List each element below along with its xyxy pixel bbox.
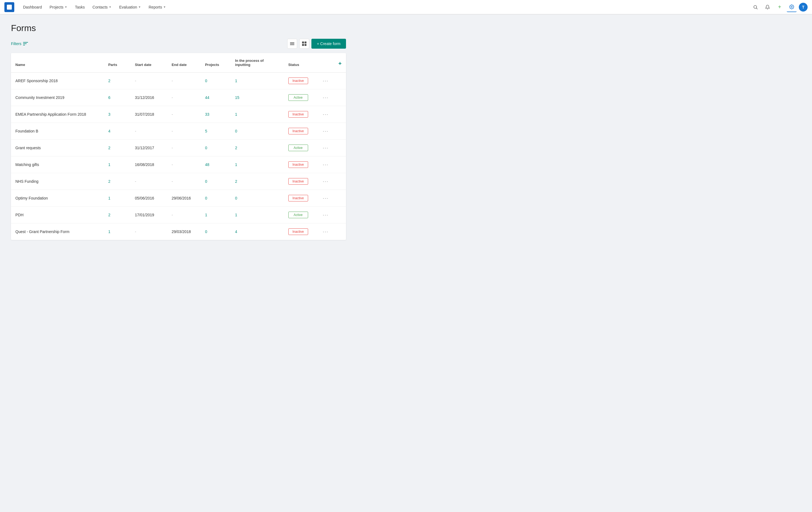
nav-projects[interactable]: Projects ▼: [47, 3, 70, 11]
col-header-parts: Parts: [104, 53, 130, 73]
nav-evaluation[interactable]: Evaluation ▼: [116, 3, 144, 11]
cell-parts: 2: [104, 73, 130, 89]
cell-actions: ···: [317, 89, 334, 106]
cell-status: Inactive: [284, 173, 317, 190]
chevron-down-icon: ▼: [109, 5, 112, 8]
status-badge[interactable]: Inactive: [288, 78, 308, 84]
row-more-button[interactable]: ···: [322, 195, 329, 201]
cell-end-date: -: [167, 207, 201, 223]
cell-process: 4: [231, 223, 284, 240]
notifications-button[interactable]: [762, 2, 773, 12]
page-title: Forms: [11, 23, 346, 33]
app-logo[interactable]: [4, 2, 14, 12]
row-more-button[interactable]: ···: [322, 179, 329, 184]
cell-actions: ···: [317, 106, 334, 123]
svg-point-2: [791, 6, 792, 7]
table-row: AREF Sponsorship 2018 2 - - 0 1 Inactive…: [11, 73, 346, 89]
filters-button[interactable]: Filters: [11, 42, 28, 46]
cell-name: Grant requests: [11, 140, 104, 156]
status-badge[interactable]: Active: [288, 144, 308, 151]
search-button[interactable]: [751, 2, 760, 12]
user-avatar[interactable]: T: [799, 3, 808, 11]
row-more-button[interactable]: ···: [322, 212, 329, 218]
cell-start-date: -: [130, 123, 167, 140]
nav-tasks[interactable]: Tasks: [72, 3, 88, 11]
cell-projects: 0: [201, 223, 231, 240]
row-more-button[interactable]: ···: [322, 95, 329, 101]
col-header-actions: [317, 53, 334, 73]
status-badge[interactable]: Inactive: [288, 195, 308, 201]
cell-end-date: -: [167, 173, 201, 190]
cell-status: Inactive: [284, 190, 317, 207]
cell-status: Inactive: [284, 106, 317, 123]
table-row: Quest - Grant Partnership Form 1 - 29/03…: [11, 223, 346, 240]
cell-start-date: 31/07/2018: [130, 106, 167, 123]
nav-contacts[interactable]: Contacts ▼: [89, 3, 115, 11]
table-row: Optimy Foundation 1 05/06/2016 29/06/201…: [11, 190, 346, 207]
cell-status: Active: [284, 207, 317, 223]
status-badge[interactable]: Inactive: [288, 161, 308, 168]
cell-end-date: 29/03/2018: [167, 223, 201, 240]
row-more-button[interactable]: ···: [322, 112, 329, 117]
cell-name: Foundation B: [11, 123, 104, 140]
table-row: Grant requests 2 31/12/2017 - 0 2 Active…: [11, 140, 346, 156]
create-form-button[interactable]: + Create form: [311, 39, 346, 49]
col-header-name: Name: [11, 53, 104, 73]
cell-status: Inactive: [284, 223, 317, 240]
list-view-button[interactable]: [287, 39, 297, 49]
row-more-button[interactable]: ···: [322, 128, 329, 134]
table-row: Foundation B 4 - - 5 0 Inactive ···: [11, 123, 346, 140]
bell-icon: [765, 5, 770, 9]
table-row: Matching gifts 1 16/08/2018 - 48 1 Inact…: [11, 156, 346, 173]
cell-status: Active: [284, 140, 317, 156]
add-button[interactable]: +: [775, 2, 785, 12]
cell-status: Inactive: [284, 73, 317, 89]
cell-actions: ···: [317, 123, 334, 140]
grid-view-button[interactable]: [299, 39, 309, 49]
cell-projects: 1: [201, 207, 231, 223]
nav-reports[interactable]: Reports ▼: [145, 3, 169, 11]
status-badge[interactable]: Inactive: [288, 178, 308, 185]
row-more-button[interactable]: ···: [322, 162, 329, 168]
chevron-down-icon: ▼: [138, 5, 141, 8]
cell-projects: 44: [201, 89, 231, 106]
nav-dashboard[interactable]: Dashboard: [20, 3, 45, 11]
cell-start-date: 17/01/2019: [130, 207, 167, 223]
forms-table-container: Name Parts Start date End date Projects: [11, 53, 346, 240]
cell-parts: 1: [104, 223, 130, 240]
cell-start-date: -: [130, 173, 167, 190]
filter-icon: [23, 42, 28, 45]
add-column-button[interactable]: +: [338, 60, 342, 67]
cell-start-date: -: [130, 73, 167, 89]
col-header-status: Status: [284, 53, 317, 73]
cell-name: Quest - Grant Partnership Form: [11, 223, 104, 240]
settings-button[interactable]: [787, 2, 796, 12]
status-badge[interactable]: Active: [288, 94, 308, 101]
row-more-button[interactable]: ···: [322, 229, 329, 235]
cell-process: 1: [231, 73, 284, 89]
svg-point-0: [754, 5, 757, 8]
cell-process: 1: [231, 207, 284, 223]
cell-parts: 6: [104, 89, 130, 106]
cell-start-date: 16/08/2018: [130, 156, 167, 173]
cell-status: Inactive: [284, 156, 317, 173]
cell-process: 2: [231, 173, 284, 190]
svg-line-1: [756, 8, 757, 9]
cell-status: Inactive: [284, 123, 317, 140]
cell-process: 2: [231, 140, 284, 156]
cell-end-date: -: [167, 106, 201, 123]
row-more-button[interactable]: ···: [322, 78, 329, 84]
page-toolbar: Filters + Create form: [11, 39, 346, 49]
row-more-button[interactable]: ···: [322, 145, 329, 151]
status-badge[interactable]: Inactive: [288, 228, 308, 235]
status-badge[interactable]: Active: [288, 212, 308, 218]
cell-projects: 0: [201, 173, 231, 190]
cell-start-date: 31/12/2017: [130, 140, 167, 156]
cell-end-date: -: [167, 123, 201, 140]
navbar-right: + T: [751, 2, 808, 12]
search-icon: [753, 5, 758, 9]
status-badge[interactable]: Inactive: [288, 128, 308, 134]
cell-end-date: -: [167, 140, 201, 156]
cell-process: 0: [231, 123, 284, 140]
status-badge[interactable]: Inactive: [288, 111, 308, 118]
